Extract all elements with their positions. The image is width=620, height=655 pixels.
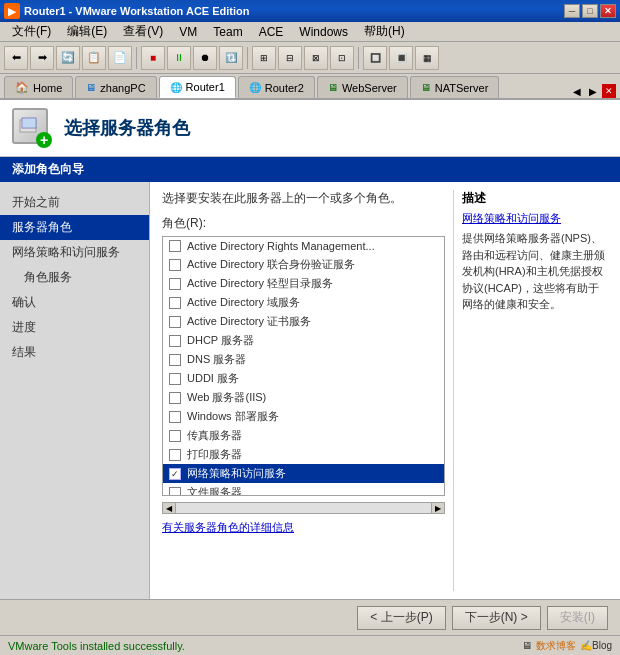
toolbar: ⬅ ➡ 🔄 📋 📄 ■ ⏸ ⏺ 🔃 ⊞ ⊟ ⊠ ⊡ 🔲 🔳 ▦: [0, 42, 620, 74]
toolbar-net-btn-2[interactable]: 🔳: [389, 46, 413, 70]
tab-navigation[interactable]: ◀ ▶ ✕: [570, 84, 616, 98]
toolbar-play-btn[interactable]: ⏸: [167, 46, 191, 70]
toolbar-btn-3[interactable]: 🔄: [56, 46, 80, 70]
tab-natserver[interactable]: 🖥 NATServer: [410, 76, 500, 98]
role-checkbox-11[interactable]: [169, 449, 181, 461]
two-col-layout: 选择要安装在此服务器上的一个或多个角色。 角色(R): Active Direc…: [162, 190, 608, 591]
toolbar-vm-btn-3[interactable]: ⊠: [304, 46, 328, 70]
tab-webserver[interactable]: 🖥 WebServer: [317, 76, 408, 98]
menu-view[interactable]: 查看(V): [115, 23, 171, 41]
role-checkbox-12[interactable]: ✓: [169, 468, 181, 480]
scroll-left-btn[interactable]: ◀: [162, 502, 176, 514]
h-scrollbar[interactable]: ◀ ▶: [162, 502, 445, 514]
close-button[interactable]: ✕: [600, 4, 616, 18]
role-checkbox-9[interactable]: [169, 411, 181, 423]
nav-item-role-services[interactable]: 角色服务: [0, 265, 149, 290]
role-item-1[interactable]: Active Directory 联合身份验证服务: [163, 255, 444, 274]
role-item-4[interactable]: Active Directory 证书服务: [163, 312, 444, 331]
role-checkbox-0[interactable]: [169, 240, 181, 252]
role-item-9[interactable]: Windows 部署服务: [163, 407, 444, 426]
window-controls[interactable]: ─ □ ✕: [564, 4, 616, 18]
svg-rect-2: [23, 119, 35, 127]
tab-home[interactable]: 🏠 Home: [4, 76, 73, 98]
tab-router2[interactable]: 🌐 Router2: [238, 76, 315, 98]
nav-item-confirm[interactable]: 确认: [0, 290, 149, 315]
role-item-2[interactable]: Active Directory 轻型目录服务: [163, 274, 444, 293]
role-label-6: DNS 服务器: [187, 352, 246, 367]
toolbar-refresh-btn[interactable]: 🔃: [219, 46, 243, 70]
role-label-5: DHCP 服务器: [187, 333, 254, 348]
toolbar-vm-btn-2[interactable]: ⊟: [278, 46, 302, 70]
wizard-icon: +: [12, 108, 52, 148]
toolbar-net-btn-3[interactable]: ▦: [415, 46, 439, 70]
toolbar-record-btn[interactable]: ⏺: [193, 46, 217, 70]
scroll-right-btn[interactable]: ▶: [431, 502, 445, 514]
role-item-11[interactable]: 打印服务器: [163, 445, 444, 464]
role-checkbox-2[interactable]: [169, 278, 181, 290]
next-button[interactable]: 下一步(N) >: [452, 606, 541, 630]
tab-bar: 🏠 Home 🖥 zhangPC 🌐 Router1 🌐 Router2 🖥 W…: [0, 74, 620, 100]
toolbar-btn-4[interactable]: 📋: [82, 46, 106, 70]
toolbar-vm-btn-4[interactable]: ⊡: [330, 46, 354, 70]
nav-item-roles[interactable]: 服务器角色: [0, 215, 149, 240]
toolbar-net-btn-1[interactable]: 🔲: [363, 46, 387, 70]
role-item-8[interactable]: Web 服务器(IIS): [163, 388, 444, 407]
role-checkbox-8[interactable]: [169, 392, 181, 404]
role-list[interactable]: Active Directory Rights Management... Ac…: [162, 236, 445, 496]
menu-vm[interactable]: VM: [171, 23, 205, 41]
role-item-5[interactable]: DHCP 服务器: [163, 331, 444, 350]
role-checkbox-13[interactable]: [169, 487, 181, 497]
tab-close-btn[interactable]: ✕: [602, 84, 616, 98]
tab-next-btn[interactable]: ▶: [586, 84, 600, 98]
role-item-13[interactable]: 文件服务器: [163, 483, 444, 496]
nav-item-progress[interactable]: 进度: [0, 315, 149, 340]
back-button[interactable]: < 上一步(P): [357, 606, 445, 630]
tab-zhangpc[interactable]: 🖥 zhangPC: [75, 76, 156, 98]
tab-prev-btn[interactable]: ◀: [570, 84, 584, 98]
role-checkbox-5[interactable]: [169, 335, 181, 347]
desc-link[interactable]: 网络策略和访问服务: [462, 211, 608, 226]
role-item-7[interactable]: UDDI 服务: [163, 369, 444, 388]
role-item-3[interactable]: Active Directory 域服务: [163, 293, 444, 312]
role-label-1: Active Directory 联合身份验证服务: [187, 257, 355, 272]
window-title: Router1 - VMware Workstation ACE Edition: [24, 5, 564, 17]
tab-natserver-label: NATServer: [435, 82, 489, 94]
role-checkbox-6[interactable]: [169, 354, 181, 366]
desc-text: 提供网络策略服务器(NPS)、路由和远程访问、健康主册颁发机构(HRA)和主机凭…: [462, 230, 608, 313]
maximize-button[interactable]: □: [582, 4, 598, 18]
role-item-10[interactable]: 传真服务器: [163, 426, 444, 445]
col-right: 描述 网络策略和访问服务 提供网络策略服务器(NPS)、路由和远程访问、健康主册…: [453, 190, 608, 591]
role-item-6[interactable]: DNS 服务器: [163, 350, 444, 369]
tab-router1[interactable]: 🌐 Router1: [159, 76, 236, 98]
toolbar-vm-btn-1[interactable]: ⊞: [252, 46, 276, 70]
role-checkbox-4[interactable]: [169, 316, 181, 328]
role-item-0[interactable]: Active Directory Rights Management...: [163, 237, 444, 255]
role-label-10: 传真服务器: [187, 428, 242, 443]
separator-1: [136, 47, 137, 69]
menu-team[interactable]: Team: [205, 23, 250, 41]
install-button[interactable]: 安装(I): [547, 606, 608, 630]
content-description: 选择要安装在此服务器上的一个或多个角色。: [162, 190, 445, 207]
role-checkbox-7[interactable]: [169, 373, 181, 385]
wizard-plus-icon: +: [36, 132, 52, 148]
toolbar-stop-btn[interactable]: ■: [141, 46, 165, 70]
nav-item-result[interactable]: 结果: [0, 340, 149, 365]
toolbar-btn-5[interactable]: 📄: [108, 46, 132, 70]
role-item-12[interactable]: ✓ 网络策略和访问服务: [163, 464, 444, 483]
menu-ace[interactable]: ACE: [251, 23, 292, 41]
minimize-button[interactable]: ─: [564, 4, 580, 18]
nav-item-network[interactable]: 网络策略和访问服务: [0, 240, 149, 265]
role-checkbox-3[interactable]: [169, 297, 181, 309]
menu-file[interactable]: 文件(F): [4, 23, 59, 41]
menu-help[interactable]: 帮助(H): [356, 23, 413, 41]
toolbar-btn-2[interactable]: ➡: [30, 46, 54, 70]
nav-item-start[interactable]: 开始之前: [0, 190, 149, 215]
toolbar-btn-1[interactable]: ⬅: [4, 46, 28, 70]
role-checkbox-10[interactable]: [169, 430, 181, 442]
menu-windows[interactable]: Windows: [291, 23, 356, 41]
role-checkbox-1[interactable]: [169, 259, 181, 271]
more-info-link[interactable]: 有关服务器角色的详细信息: [162, 520, 445, 535]
watermark-icon: 🖥: [522, 640, 532, 651]
wizard-header-title: 选择服务器角色: [64, 116, 190, 140]
menu-edit[interactable]: 编辑(E): [59, 23, 115, 41]
